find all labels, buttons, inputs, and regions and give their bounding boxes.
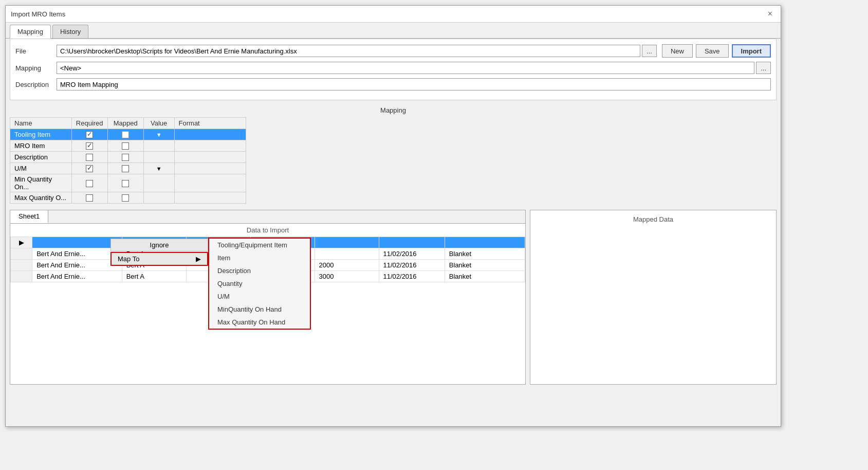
row-mapped[interactable] [107, 163, 143, 174]
file-input[interactable] [57, 45, 640, 57]
context-menu-area: Ignore Map To ▶ Tooling/Equipment Item I… [110, 239, 208, 266]
row-mapped[interactable] [107, 129, 143, 140]
bottom-section: Sheet1 Data to Import ▶ [10, 210, 777, 385]
table-row[interactable]: Tooling Item ▼ [10, 129, 246, 140]
table-row[interactable]: Max Quantity O... [10, 192, 246, 204]
mapped-checkbox[interactable] [122, 165, 129, 172]
row-value [143, 174, 174, 192]
file-browse-button[interactable]: ... [642, 45, 657, 57]
data-cell [445, 237, 525, 248]
mapping-title: Mapping [10, 106, 777, 114]
required-checkbox[interactable] [86, 180, 93, 187]
row-name: Tooling Item [10, 129, 72, 140]
row-required[interactable] [71, 152, 107, 163]
row-indicator [11, 271, 32, 282]
row-mapped[interactable] [107, 152, 143, 163]
data-cell: Bert And Ernie... [32, 248, 122, 260]
mapping-input[interactable] [57, 62, 754, 74]
submenu-item-item[interactable]: Item [209, 251, 310, 264]
tab-history[interactable]: History [52, 25, 88, 38]
data-cell [379, 237, 445, 248]
ignore-button[interactable]: Ignore [110, 239, 208, 251]
mapping-table: Name Required Mapped Value Format Toolin… [10, 117, 246, 204]
data-cell: Bert And Ernie... [32, 271, 122, 282]
table-row[interactable]: MRO Item [10, 140, 246, 152]
submenu-item-description[interactable]: Description [209, 264, 310, 277]
mapping-browse-button[interactable]: ... [756, 62, 771, 74]
data-cell: Blanket [445, 248, 525, 260]
table-row[interactable]: Description [10, 152, 246, 163]
new-button[interactable]: New [662, 44, 693, 58]
submenu-item-maxqty[interactable]: Max Quantity On Hand [209, 316, 310, 329]
row-required[interactable] [71, 140, 107, 152]
col-format: Format [174, 118, 246, 129]
row-mapped[interactable] [107, 174, 143, 192]
submenu-item-quantity[interactable]: Quantity [209, 277, 310, 290]
col-required: Required [71, 118, 107, 129]
tab-mapping[interactable]: Mapping [10, 25, 51, 39]
description-input[interactable] [57, 78, 771, 91]
data-cell: 11/02/2016 [379, 248, 445, 260]
row-required[interactable] [71, 174, 107, 192]
row-indicator: ▶ [11, 237, 32, 248]
table-row[interactable]: Min Quantity On... [10, 174, 246, 192]
map-to-label: Map To [118, 255, 139, 263]
import-button[interactable]: Import [732, 44, 771, 58]
row-name: Description [10, 152, 72, 163]
row-value[interactable]: ▼ [143, 129, 174, 140]
row-format [174, 152, 246, 163]
data-cell [315, 248, 379, 260]
mapped-checkbox[interactable] [122, 180, 129, 187]
mapped-title: Mapped Data [530, 210, 776, 228]
data-cell: 11/02/2016 [379, 271, 445, 282]
row-value [143, 140, 174, 152]
row-format [174, 163, 246, 174]
row-name: Min Quantity On... [10, 174, 72, 192]
data-cell: 2000 [315, 260, 379, 271]
submenu: Tooling/Equipment Item Item Description … [208, 238, 311, 330]
mapped-checkbox[interactable] [122, 142, 129, 150]
table-row[interactable]: U/M ▼ [10, 163, 246, 174]
row-value[interactable]: ▼ [143, 163, 174, 174]
row-mapped[interactable] [107, 192, 143, 204]
main-window: Import MRO Items × Mapping History File … [5, 5, 781, 427]
row-indicator [11, 260, 32, 271]
required-checkbox[interactable] [86, 131, 93, 138]
map-to-button[interactable]: Map To ▶ [110, 252, 208, 266]
close-button[interactable]: × [765, 9, 775, 19]
submenu-item-minqty[interactable]: MinQuantity On Hand [209, 303, 310, 316]
data-cell: Bert And Ernie... [32, 260, 122, 271]
col-value: Value [143, 118, 174, 129]
row-format [174, 140, 246, 152]
mapping-label: Mapping [15, 64, 57, 72]
required-checkbox[interactable] [86, 194, 93, 202]
row-mapped[interactable] [107, 140, 143, 152]
data-cell: 11/02/2016 [379, 260, 445, 271]
description-label: Description [15, 81, 57, 88]
required-checkbox[interactable] [86, 142, 93, 150]
mapped-checkbox[interactable] [122, 131, 129, 138]
row-required[interactable] [71, 192, 107, 204]
data-cell: Blanket [445, 271, 525, 282]
description-row: Description [15, 78, 771, 91]
mapped-checkbox[interactable] [122, 154, 129, 161]
data-cell [32, 237, 122, 248]
required-checkbox[interactable] [86, 154, 93, 161]
submenu-item-tooling[interactable]: Tooling/Equipment Item [209, 239, 310, 251]
file-row: File ... New Save Import [15, 44, 771, 58]
sheet1-tab[interactable]: Sheet1 [10, 210, 48, 223]
row-required[interactable] [71, 163, 107, 174]
row-name: MRO Item [10, 140, 72, 152]
submenu-item-um[interactable]: U/M [209, 290, 310, 303]
row-required[interactable] [71, 129, 107, 140]
row-indicator [11, 248, 32, 260]
mapped-checkbox[interactable] [122, 194, 129, 202]
row-value [143, 192, 174, 204]
data-title: Data to Import [10, 224, 525, 237]
save-button[interactable]: Save [696, 44, 729, 58]
required-checkbox[interactable] [86, 165, 93, 172]
col-mapped: Mapped [107, 118, 143, 129]
data-panel-tabs: Sheet1 [10, 210, 525, 224]
row-name: Max Quantity O... [10, 192, 72, 204]
submenu-arrow-icon: ▶ [196, 255, 201, 263]
